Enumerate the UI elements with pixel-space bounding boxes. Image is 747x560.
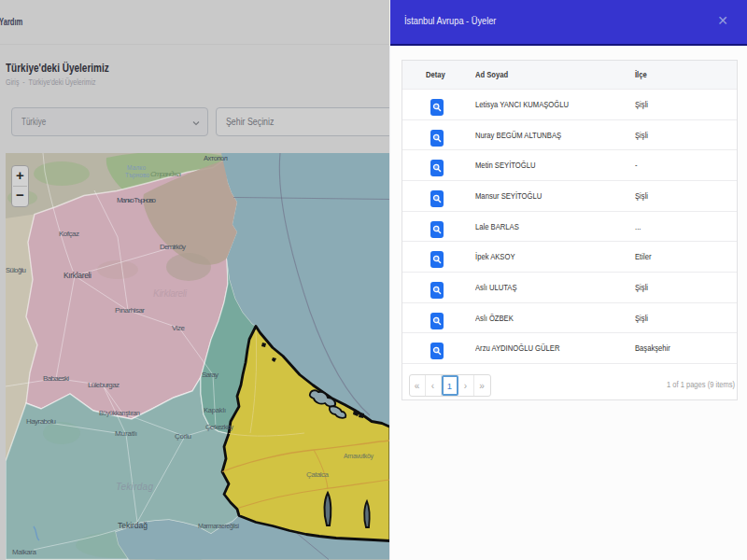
svg-text:Ахтопол: Ахтопол — [204, 154, 228, 162]
svg-text:Kırklareli: Kırklareli — [63, 271, 92, 280]
svg-text:Büyükkarıştıran: Büyükkarıştıran — [99, 410, 140, 417]
svg-text:Babaeski: Babaeski — [43, 374, 69, 383]
svg-text:Çerkezköy: Çerkezköy — [205, 423, 233, 431]
svg-text:Muratlı: Muratlı — [115, 429, 137, 438]
svg-text:Marmaraereğlisi: Marmaraereğlisi — [198, 523, 239, 530]
svg-text:Lüleburgaz: Lüleburgaz — [88, 381, 120, 389]
svg-text:Çorlu: Çorlu — [175, 432, 191, 441]
svg-text:Çatalca: Çatalca — [306, 470, 330, 479]
svg-text:Tekirdağ: Tekirdağ — [118, 521, 148, 530]
svg-text:Süloğlu: Süloğlu — [6, 266, 26, 274]
svg-text:Pınarhisar: Pınarhisar — [115, 306, 145, 315]
svg-text:Demirköy: Demirköy — [160, 243, 186, 251]
svg-text:Malkara: Malkara — [12, 548, 37, 556]
svg-text:Малко Търново: Малко Търново — [117, 196, 157, 204]
svg-text:Малко: Малко — [127, 164, 146, 171]
svg-text:Arnavutköy: Arnavutköy — [344, 453, 374, 460]
svg-text:Kofçaz: Kofçaz — [59, 230, 79, 238]
svg-text:Kapaklı: Kapaklı — [204, 406, 226, 414]
svg-text:Saray: Saray — [202, 371, 218, 379]
svg-text:Tekirdag: Tekirdag — [116, 482, 153, 492]
svg-text:Търново: Търново — [125, 172, 149, 179]
svg-text:Странджа: Странджа — [150, 170, 182, 178]
svg-text:Vize: Vize — [172, 324, 186, 332]
svg-text:Hayrabolu: Hayrabolu — [26, 417, 56, 426]
svg-text:Kirklareli: Kirklareli — [153, 288, 188, 299]
